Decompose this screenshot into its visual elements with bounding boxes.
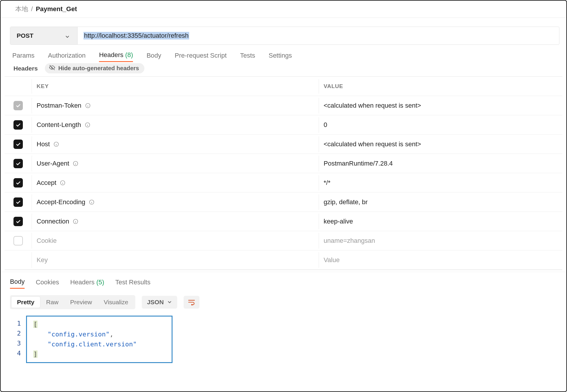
http-method-select[interactable]: POST	[10, 27, 78, 44]
row-key[interactable]: Accept	[37, 179, 56, 187]
table-header-row: KEY VALUE	[5, 77, 562, 96]
table-row: Connection keep-alive	[5, 212, 562, 231]
code-token: ]	[33, 350, 37, 358]
view-mode-segment: Pretty Raw Preview Visualize	[10, 295, 135, 309]
row-value[interactable]: 0	[324, 121, 327, 129]
table-row: Cookie uname=zhangsan	[5, 231, 562, 250]
http-method-label: POST	[17, 32, 33, 39]
request-bar: POST http://localhost:3355/actuator/refr…	[10, 27, 559, 45]
table-row: Accept-Encoding gzip, deflate, br	[5, 192, 562, 212]
chevron-down-icon	[167, 299, 172, 306]
info-icon[interactable]	[85, 103, 91, 109]
format-select[interactable]: JSON	[142, 296, 177, 309]
response-tab-cookies[interactable]: Cookies	[36, 278, 59, 288]
row-checkbox[interactable]	[13, 217, 23, 226]
breadcrumb: 本地 / Payment_Get	[1, 1, 566, 18]
request-url-text: http://localhost:3355/actuator/refresh	[83, 32, 189, 39]
request-tabs: Params Authorization Headers (8) Body Pr…	[1, 45, 566, 62]
tab-tests[interactable]: Tests	[240, 52, 255, 62]
row-value[interactable]: <calculated when request is sent>	[324, 140, 421, 148]
row-value[interactable]: <calculated when request is sent>	[324, 102, 421, 109]
row-key[interactable]: Postman-Token	[37, 102, 81, 109]
headers-table: KEY VALUE Postman-Token <calculated when…	[5, 76, 562, 270]
row-checkbox[interactable]	[13, 120, 23, 130]
line-number-gutter: 1 2 3 4	[17, 316, 26, 363]
info-icon[interactable]	[73, 161, 78, 166]
table-row: Host <calculated when request is sent>	[5, 135, 562, 154]
request-url-input[interactable]: http://localhost:3355/actuator/refresh	[78, 27, 559, 44]
response-tab-body[interactable]: Body	[10, 278, 25, 289]
line-number: 4	[17, 348, 21, 358]
row-key[interactable]: User-Agent	[37, 160, 69, 167]
view-pretty[interactable]: Pretty	[11, 296, 40, 308]
tab-params[interactable]: Params	[12, 52, 35, 62]
eye-off-icon	[49, 64, 55, 72]
hide-autogen-headers-label: Hide auto-generated headers	[58, 65, 139, 72]
view-preview[interactable]: Preview	[64, 296, 98, 308]
response-tab-test-results[interactable]: Test Results	[115, 278, 151, 288]
code-token: "config.version"	[47, 331, 110, 338]
row-value[interactable]: */*	[324, 179, 330, 187]
tab-headers[interactable]: Headers (8)	[99, 51, 133, 62]
view-raw[interactable]: Raw	[40, 296, 64, 308]
hide-autogen-headers-button[interactable]: Hide auto-generated headers	[45, 63, 144, 73]
tab-headers-label: Headers	[99, 51, 123, 59]
row-key[interactable]: Cookie	[37, 237, 57, 245]
placeholder-value[interactable]: Value	[324, 256, 340, 264]
line-number: 2	[17, 329, 21, 338]
row-key[interactable]: Host	[37, 140, 50, 148]
row-value[interactable]: PostmanRuntime/7.28.4	[324, 160, 393, 167]
breadcrumb-current: Payment_Get	[36, 5, 77, 13]
row-key[interactable]: Content-Length	[37, 121, 81, 129]
code-token: "config.client.version"	[47, 341, 137, 348]
code-box[interactable]: [ "config.version", "config.client.versi…	[26, 316, 173, 363]
table-row: Content-Length 0	[5, 115, 562, 135]
breadcrumb-root[interactable]: 本地	[15, 5, 28, 13]
table-placeholder-row: Key Value	[5, 250, 562, 270]
line-number: 3	[17, 338, 21, 348]
tab-prerequest[interactable]: Pre-request Script	[175, 52, 227, 62]
row-value[interactable]: keep-alive	[324, 218, 353, 225]
row-checkbox[interactable]	[13, 197, 23, 207]
tab-headers-count: (8)	[125, 51, 133, 59]
chevron-down-icon	[65, 33, 70, 38]
response-view-toolbar: Pretty Raw Preview Visualize JSON	[1, 289, 566, 312]
format-label: JSON	[147, 299, 164, 306]
info-icon[interactable]	[85, 122, 90, 128]
response-tab-headers[interactable]: Headers (5)	[70, 278, 104, 288]
headers-subheader: Headers Hide auto-generated headers	[1, 62, 566, 76]
info-icon[interactable]	[53, 141, 59, 147]
wrap-lines-button[interactable]	[184, 296, 199, 309]
table-row: Postman-Token <calculated when request i…	[5, 96, 562, 115]
column-key: KEY	[37, 83, 49, 90]
row-checkbox[interactable]	[13, 140, 23, 149]
table-row: Accept */*	[5, 173, 562, 192]
info-icon[interactable]	[89, 199, 95, 205]
tab-authorization[interactable]: Authorization	[48, 52, 86, 62]
response-tab-headers-label: Headers	[70, 278, 95, 286]
view-visualize[interactable]: Visualize	[98, 296, 134, 308]
response-tabs: Body Cookies Headers (5) Test Results	[1, 272, 566, 289]
breadcrumb-separator: /	[31, 5, 33, 13]
row-key[interactable]: Connection	[37, 218, 69, 225]
row-value[interactable]: uname=zhangsan	[324, 237, 375, 245]
tab-body[interactable]: Body	[146, 52, 161, 62]
row-checkbox[interactable]	[13, 159, 23, 168]
row-key[interactable]: Accept-Encoding	[37, 198, 85, 206]
row-value[interactable]: gzip, deflate, br	[324, 198, 368, 206]
code-token: ,	[110, 331, 113, 338]
table-row: User-Agent PostmanRuntime/7.28.4	[5, 154, 562, 173]
column-value: VALUE	[324, 83, 343, 90]
row-checkbox[interactable]	[13, 101, 23, 110]
placeholder-key[interactable]: Key	[37, 256, 48, 264]
tab-settings[interactable]: Settings	[269, 52, 292, 62]
row-checkbox[interactable]	[13, 178, 23, 188]
response-tab-headers-count: (5)	[96, 278, 104, 286]
line-number: 1	[17, 319, 21, 329]
response-body-code: 1 2 3 4 [ "config.version", "config.clie…	[17, 316, 559, 363]
headers-section-label: Headers	[13, 65, 38, 72]
info-icon[interactable]	[73, 219, 78, 224]
code-token: [	[33, 321, 37, 328]
row-checkbox[interactable]	[13, 236, 23, 245]
info-icon[interactable]	[60, 180, 66, 186]
